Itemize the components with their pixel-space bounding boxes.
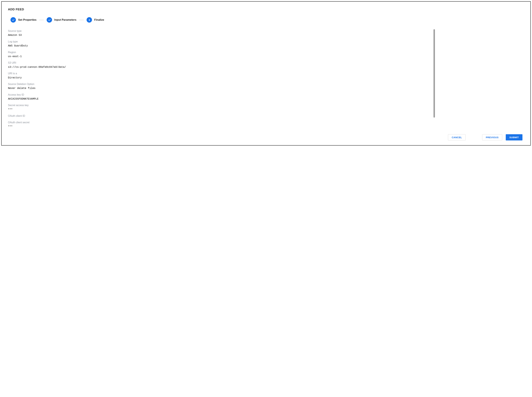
field-value: Directory (8, 76, 113, 80)
field-secret-access-key: Secret access key *** (8, 104, 113, 111)
add-feed-modal: ADD FEED Set Properties Input Parameters… (1, 1, 531, 146)
field-value: s3://cs-prod-cannon-00afe0c847a8/data/ (8, 65, 113, 69)
field-value: AKIAIOSFODNN7EXAMPLE (8, 97, 113, 101)
field-source-deletion-option: Source Deletion Option Never delete file… (8, 82, 113, 90)
field-oauth-client-id: OAuth client ID (8, 114, 113, 118)
field-value: Amazon S3 (8, 33, 113, 37)
summary-scroll[interactable]: Source type Amazon S3 Log type AWS Guard… (8, 29, 113, 130)
step-label: Set Properties (18, 18, 37, 21)
modal-footer: CANCEL PREVIOUS SUBMIT (8, 134, 524, 140)
check-icon (11, 17, 16, 23)
field-label: OAuth client ID (8, 114, 113, 118)
field-label: Source type (8, 29, 113, 33)
previous-button[interactable]: PREVIOUS (482, 134, 502, 140)
field-region: Region us-east-1 (8, 50, 113, 58)
field-uri-is-a: URI is a Directory (8, 72, 113, 80)
step-number-icon: 3 (87, 17, 92, 23)
scrollbar-track[interactable] (433, 29, 435, 128)
field-source-type: Source type Amazon S3 (8, 29, 113, 37)
field-label: OAuth client secret (8, 121, 113, 124)
field-value: us-east-1 (8, 55, 113, 58)
finalize-summary: Source type Amazon S3 Log type AWS Guard… (8, 29, 524, 130)
step-finalize[interactable]: 3 Finalize (87, 17, 104, 23)
field-label: Source Deletion Option (8, 82, 113, 86)
field-log-type: Log type AWS GuardDuty (8, 40, 113, 48)
scrollbar-thumb[interactable] (433, 29, 435, 118)
wizard-stepper: Set Properties Input Parameters 3 Finali… (8, 17, 524, 23)
field-value: *** (8, 108, 113, 111)
field-label: URI is a (8, 72, 113, 75)
cancel-button[interactable]: CANCEL (448, 134, 465, 140)
modal-title: ADD FEED (8, 8, 524, 11)
field-label: Region (8, 50, 113, 54)
field-label: S3 URI (8, 61, 113, 65)
step-set-properties[interactable]: Set Properties (11, 17, 37, 23)
step-input-parameters[interactable]: Input Parameters (47, 17, 76, 23)
field-oauth-client-secret: OAuth client secret *** (8, 121, 113, 129)
field-access-key-id: Access key ID AKIAIOSFODNN7EXAMPLE (8, 93, 113, 101)
field-label: Secret access key (8, 104, 113, 107)
field-label: Log type (8, 40, 113, 43)
field-label: Access key ID (8, 93, 113, 97)
field-value: Never delete files (8, 87, 113, 90)
submit-button[interactable]: SUBMIT (506, 134, 522, 140)
check-icon (47, 17, 52, 23)
step-label: Finalize (94, 18, 104, 21)
field-value: *** (8, 125, 113, 128)
field-value: AWS GuardDuty (8, 44, 113, 48)
field-s3-uri: S3 URI s3://cs-prod-cannon-00afe0c847a8/… (8, 61, 113, 69)
step-label: Input Parameters (54, 18, 76, 21)
